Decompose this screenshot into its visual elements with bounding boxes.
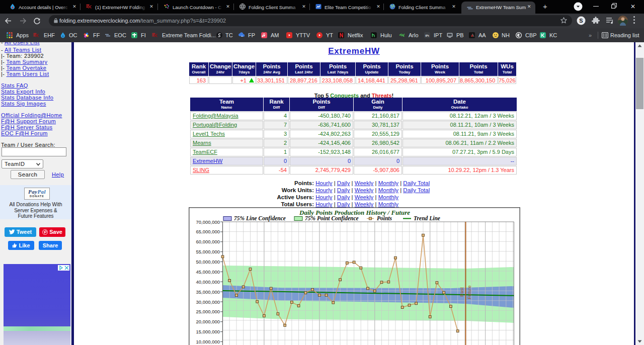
svg-text:70,000,000: 70,000,000 [196, 219, 220, 225]
svg-text:15,000,000: 15,000,000 [196, 329, 220, 334]
svg-text:25,000,000: 25,000,000 [196, 309, 220, 314]
svg-text:30,000,000: 30,000,000 [196, 299, 220, 305]
svg-text:55,000,000: 55,000,000 [196, 249, 220, 254]
svg-text:10,000,000: 10,000,000 [196, 339, 220, 344]
svg-text:45,000,000: 45,000,000 [196, 269, 220, 275]
svg-text:75% Line Confidence: 75% Line Confidence [234, 215, 286, 222]
svg-text:Trend Line: Trend Line [414, 215, 440, 221]
svg-text:Future: Future [466, 286, 472, 299]
svg-text:60,000,000: 60,000,000 [196, 239, 220, 244]
svg-text:40,000,000: 40,000,000 [196, 279, 220, 285]
svg-text:Past: Past [459, 287, 464, 297]
svg-text:Points: Points [377, 215, 392, 221]
svg-text:35,000,000: 35,000,000 [196, 289, 220, 295]
svg-text:75% Point Confidence: 75% Point Confidence [305, 215, 359, 222]
svg-text:IPt: IPt [425, 34, 429, 37]
svg-text:20,000,000: 20,000,000 [196, 319, 220, 324]
svg-text:S: S [579, 18, 583, 24]
svg-text:65,000,000: 65,000,000 [196, 229, 220, 234]
svg-text:50,000,000: 50,000,000 [196, 259, 220, 265]
